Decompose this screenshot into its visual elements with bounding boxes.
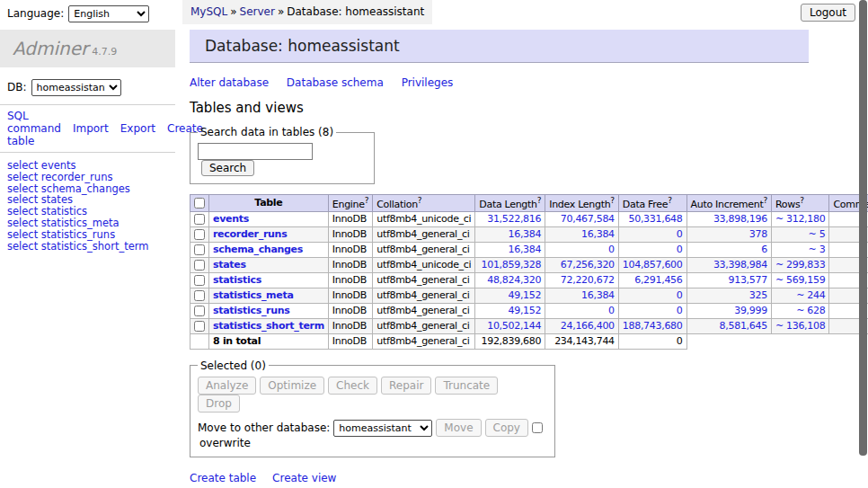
help-link-icon[interactable]: ?: [418, 196, 421, 205]
auto-increment-link[interactable]: 8,581,645: [720, 320, 767, 332]
rows-count-link[interactable]: ~ 312,180: [775, 213, 826, 225]
auto-increment-link[interactable]: 913,577: [729, 274, 767, 286]
breadcrumb-server-link[interactable]: Server: [240, 5, 275, 18]
table-link[interactable]: recorder_runs: [213, 228, 287, 240]
data-free-link[interactable]: 0: [677, 228, 683, 240]
move-button[interactable]: Move: [436, 419, 481, 437]
breadcrumb-mysql-link[interactable]: MySQL: [190, 5, 227, 18]
overwrite-checkbox[interactable]: [532, 422, 543, 433]
db-select[interactable]: homeassistant: [31, 79, 121, 96]
auto-increment-link[interactable]: 33,398,984: [713, 259, 767, 271]
table-total-row: 8 in total InnoDB utf8mb4_general_ci 192…: [190, 333, 868, 349]
sidebar-select-statistics-meta[interactable]: select statistics_meta: [7, 217, 175, 229]
row-checkbox[interactable]: [194, 275, 205, 286]
truncate-button[interactable]: Truncate: [435, 377, 498, 395]
data-length-link[interactable]: 48,824,320: [487, 274, 541, 286]
sidebar-select-statistics-short-term[interactable]: select statistics_short_term: [7, 241, 175, 253]
privileges-link[interactable]: Privileges: [402, 76, 454, 89]
row-checkbox[interactable]: [194, 321, 205, 332]
row-checkbox[interactable]: [194, 290, 205, 301]
total-index-length: 234,143,744: [545, 333, 619, 349]
analyze-button[interactable]: Analyze: [198, 377, 256, 395]
table-link[interactable]: statistics_short_term: [213, 320, 324, 332]
auto-increment-link[interactable]: 39,999: [734, 305, 767, 316]
rows-count-link[interactable]: ~ 569,159: [775, 274, 826, 286]
breadcrumb: MySQL»Server»Database: homeassistant: [182, 0, 432, 24]
data-free-link[interactable]: 50,331,648: [629, 213, 683, 225]
index-length-link[interactable]: 72,220,672: [561, 274, 615, 286]
check-button[interactable]: Check: [328, 377, 377, 395]
rows-count-link[interactable]: ~ 244: [796, 289, 825, 301]
select-all-checkbox[interactable]: [194, 198, 205, 209]
rows-count-link[interactable]: ~ 299,833: [775, 259, 826, 271]
data-length-link[interactable]: 101,859,328: [482, 259, 542, 271]
row-checkbox[interactable]: [194, 229, 205, 240]
data-length-link[interactable]: 49,152: [509, 305, 542, 316]
rows-count-link[interactable]: ~ 628: [796, 305, 825, 316]
table-link[interactable]: statistics: [213, 274, 261, 286]
optimize-button[interactable]: Optimize: [260, 377, 324, 395]
index-length-link[interactable]: 0: [608, 244, 615, 255]
repair-button[interactable]: Repair: [381, 377, 431, 395]
language-select[interactable]: English: [68, 5, 149, 22]
help-link-icon[interactable]: ?: [763, 196, 766, 205]
data-free-link[interactable]: 104,857,600: [623, 259, 683, 271]
table-link[interactable]: statistics_meta: [213, 289, 294, 301]
row-checkbox[interactable]: [194, 214, 205, 225]
data-length-link[interactable]: 16,384: [509, 244, 542, 255]
vertical-scrollbar-thumb[interactable]: [859, 0, 867, 456]
copy-button[interactable]: Copy: [485, 419, 528, 437]
sidebar-link-sql-command[interactable]: SQL command: [7, 110, 61, 135]
help-link-icon[interactable]: ?: [800, 196, 803, 205]
help-link-icon[interactable]: ?: [668, 196, 671, 205]
auto-increment-link[interactable]: 325: [749, 289, 767, 301]
table-link[interactable]: events: [213, 213, 249, 225]
logout-button[interactable]: Logout: [801, 4, 855, 22]
rows-count-link[interactable]: ~ 136,108: [775, 320, 826, 332]
table-row: statistics_meta InnoDB utf8mb4_general_c…: [190, 288, 868, 303]
sidebar-link-export[interactable]: Export: [120, 122, 155, 135]
table-link[interactable]: statistics_runs: [213, 305, 290, 316]
index-length-link[interactable]: 0: [608, 305, 615, 316]
search-input[interactable]: [198, 143, 313, 160]
row-checkbox[interactable]: [194, 306, 205, 316]
table-link[interactable]: states: [213, 259, 246, 271]
data-free-link[interactable]: 6,291,456: [634, 274, 682, 286]
help-link-icon[interactable]: ?: [610, 196, 614, 205]
index-length-link[interactable]: 70,467,584: [561, 213, 615, 225]
index-length-link[interactable]: 24,166,400: [561, 320, 615, 332]
data-free-link[interactable]: 0: [677, 305, 683, 316]
auto-increment-link[interactable]: 378: [749, 228, 767, 240]
data-free-link[interactable]: 0: [677, 289, 683, 301]
sidebar-select-events[interactable]: select events: [7, 160, 175, 172]
data-length-link[interactable]: 49,152: [509, 289, 542, 301]
auto-increment-link[interactable]: 33,898,196: [713, 213, 767, 225]
index-length-link[interactable]: 16,384: [581, 289, 615, 301]
table-link[interactable]: schema_changes: [213, 244, 303, 255]
alter-database-link[interactable]: Alter database: [190, 76, 269, 89]
sidebar-select-statistics-runs[interactable]: select statistics_runs: [7, 229, 175, 241]
data-length-link[interactable]: 16,384: [509, 228, 542, 240]
rows-count-link[interactable]: ~ 3: [809, 244, 826, 255]
drop-button[interactable]: Drop: [198, 395, 240, 413]
help-link-icon[interactable]: ?: [537, 196, 541, 205]
row-checkbox[interactable]: [194, 260, 205, 271]
create-table-link[interactable]: Create table: [190, 472, 256, 484]
database-schema-link[interactable]: Database schema: [287, 76, 384, 89]
data-length-link[interactable]: 10,502,144: [487, 320, 541, 332]
auto-increment-link[interactable]: 6: [761, 244, 767, 255]
db-selector-row: DB:homeassistant: [7, 79, 175, 104]
data-free-link[interactable]: 0: [677, 244, 683, 255]
search-button[interactable]: Search: [201, 160, 254, 176]
create-view-link[interactable]: Create view: [272, 472, 336, 484]
sidebar-link-import[interactable]: Import: [73, 122, 109, 135]
data-length-link[interactable]: 31,522,816: [487, 213, 541, 225]
index-length-link[interactable]: 16,384: [581, 228, 615, 240]
index-length-link[interactable]: 67,256,320: [561, 259, 615, 271]
move-db-select[interactable]: homeassistant: [333, 420, 432, 437]
sidebar-select-recorder-runs[interactable]: select recorder_runs: [7, 172, 175, 183]
help-link-icon[interactable]: ?: [365, 196, 368, 205]
data-free-link[interactable]: 188,743,680: [623, 320, 683, 332]
rows-count-link[interactable]: ~ 5: [809, 228, 826, 240]
row-checkbox[interactable]: [194, 244, 205, 255]
